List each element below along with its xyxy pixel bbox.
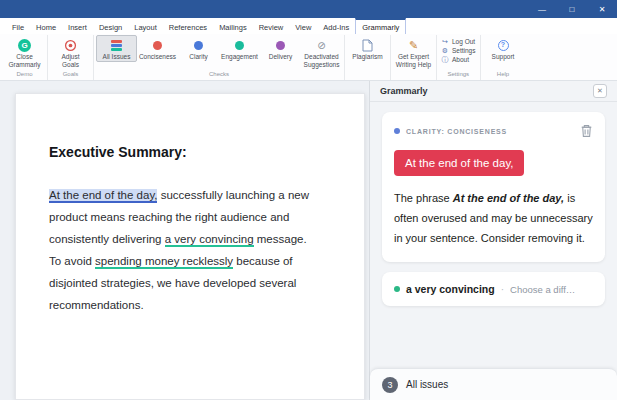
delivery-button[interactable]: Delivery	[260, 35, 301, 62]
highlighted-phrase-conciseness[interactable]: At the end of the day,	[49, 189, 157, 203]
group-label-goals: Goals	[50, 71, 91, 80]
grammarly-panel-title: Grammarly	[380, 86, 428, 96]
adjust-goals-label-2: Goals	[62, 61, 79, 68]
delivery-dot-icon	[276, 41, 285, 50]
deactivated-label-1: Deactivated	[304, 53, 338, 60]
group-label-plagiarism	[347, 71, 388, 80]
suggestion-explanation: The phrase At the end of the day, is oft…	[394, 189, 593, 248]
conciseness-label: Conciseness	[139, 53, 176, 60]
target-icon	[64, 39, 77, 52]
main-area: Executive Summary: At the end of the day…	[0, 81, 617, 400]
tab-grammarly[interactable]: Grammarly	[355, 18, 406, 34]
titlebar: — □ ✕	[0, 0, 617, 18]
ribbon-group-demo: G Close Grammarly Demo	[2, 35, 48, 80]
settings-button[interactable]: ⚙ Settings	[441, 47, 476, 54]
dismiss-suggestion-button[interactable]	[580, 124, 593, 138]
tab-design[interactable]: Design	[93, 18, 128, 34]
deactivated-label-2: Suggestions	[304, 61, 340, 68]
delivery-label: Delivery	[269, 53, 292, 60]
issue-count-badge: 3	[382, 377, 398, 393]
word-window: — □ ✕ File Home Insert Design Layout Ref…	[0, 0, 617, 400]
group-label-settings: Settings	[439, 71, 478, 80]
tab-references[interactable]: References	[163, 18, 213, 34]
ribbon-group-help: ? Support Help	[481, 35, 526, 80]
engagement-dot-icon	[235, 41, 244, 50]
group-label-checks: Checks	[96, 71, 342, 80]
document-icon	[362, 39, 373, 52]
ribbon-group-checks: All Issues Conciseness Clarity Engagemen…	[94, 35, 345, 80]
info-icon: ⓘ	[441, 56, 449, 63]
next-suggestion-hint: Choose a diff…	[510, 284, 593, 295]
grammarly-panel-header: Grammarly ✕	[370, 81, 617, 102]
next-suggestion-phrase: a very convincing	[406, 283, 495, 295]
expert-help-button[interactable]: ✎ Get Expert Writing Help	[393, 35, 434, 71]
conciseness-button[interactable]: Conciseness	[137, 35, 178, 62]
document-page[interactable]: Executive Summary: At the end of the day…	[15, 93, 365, 400]
plagiarism-label: Plagiarism	[352, 53, 382, 60]
suggestion-category: CLARITY: CONCISENESS	[406, 128, 574, 135]
about-label: About	[452, 56, 469, 63]
maximize-button[interactable]: □	[557, 0, 587, 18]
close-grammarly-button[interactable]: G Close Grammarly	[4, 35, 45, 71]
logout-icon: ↪	[441, 38, 449, 45]
log-out-label: Log Out	[452, 38, 475, 45]
window-controls: — □ ✕	[527, 0, 617, 18]
close-grammarly-label-2: Grammarly	[8, 61, 40, 68]
tab-home[interactable]: Home	[30, 18, 62, 34]
tab-review[interactable]: Review	[253, 18, 290, 34]
clarity-label: Clarity	[189, 53, 207, 60]
suggestion-card: CLARITY: CONCISENESS At the end of the d…	[382, 112, 605, 262]
tab-view[interactable]: View	[289, 18, 317, 34]
all-issues-label: All Issues	[103, 53, 131, 60]
tab-layout[interactable]: Layout	[128, 18, 163, 34]
document-heading: Executive Summary:	[49, 144, 331, 160]
suggestion-phrase-button[interactable]: At the end of the day,	[394, 150, 524, 176]
grammarly-logo-icon: G	[18, 39, 31, 52]
minimize-button[interactable]: —	[527, 0, 557, 18]
group-label-demo: Demo	[4, 71, 45, 80]
emphasized-phrase: At the end of the day,	[453, 192, 564, 204]
deactivated-suggestions-button[interactable]: ⊘ Deactivated Suggestions	[301, 35, 342, 71]
tab-insert[interactable]: Insert	[62, 18, 93, 34]
next-suggestion-card[interactable]: a very convincing · Choose a diff…	[382, 272, 605, 306]
underlined-phrase-convincing[interactable]: a very convincing	[165, 233, 254, 247]
adjust-goals-label-1: Adjust	[61, 53, 79, 60]
window-close-button[interactable]: ✕	[587, 0, 617, 18]
group-label-writing-help	[393, 71, 434, 80]
document-canvas: Executive Summary: At the end of the day…	[0, 81, 369, 400]
ribbon-tab-bar: File Home Insert Design Layout Reference…	[0, 18, 617, 34]
about-button[interactable]: ⓘ About	[441, 56, 476, 63]
conciseness-dot-icon	[153, 41, 162, 50]
all-issues-button[interactable]: All Issues	[96, 35, 137, 62]
grammarly-panel: Grammarly ✕ CLARITY: CONCISENESS At th	[369, 81, 617, 400]
support-label: Support	[492, 53, 515, 60]
underlined-phrase-recklessly[interactable]: spending money recklessly	[95, 255, 233, 269]
plagiarism-button[interactable]: Plagiarism	[347, 35, 388, 62]
support-button[interactable]: ? Support	[483, 35, 524, 62]
tab-mailings[interactable]: Mailings	[213, 18, 253, 34]
adjust-goals-button[interactable]: Adjust Goals	[50, 35, 91, 71]
panel-close-button[interactable]: ✕	[593, 84, 607, 98]
log-out-button[interactable]: ↪ Log Out	[441, 38, 476, 45]
engagement-dot-icon	[394, 286, 400, 292]
ribbon-group-writing-help: ✎ Get Expert Writing Help	[391, 35, 437, 80]
tab-add-ins[interactable]: Add-Ins	[317, 18, 355, 34]
tab-file[interactable]: File	[6, 18, 30, 34]
ribbon-group-goals: Adjust Goals Goals	[48, 35, 94, 80]
expert-help-label-2: Writing Help	[396, 61, 431, 68]
slash-circle-icon: ⊘	[317, 41, 325, 51]
clarity-button[interactable]: Clarity	[178, 35, 219, 62]
engagement-button[interactable]: Engagement	[219, 35, 260, 62]
expert-help-label-1: Get Expert	[398, 53, 429, 60]
all-issues-footer[interactable]: 3 All issues	[370, 368, 617, 400]
all-issues-icon	[111, 39, 122, 52]
ribbon-group-plagiarism: Plagiarism	[345, 35, 391, 80]
question-icon: ?	[498, 40, 509, 51]
document-paragraph: At the end of the day, successfully laun…	[49, 184, 317, 316]
ribbon-group-settings: ↪ Log Out ⚙ Settings ⓘ About Settings	[437, 35, 481, 80]
pencil-icon: ✎	[409, 40, 418, 51]
clarity-dot-icon	[194, 41, 203, 50]
gear-icon: ⚙	[441, 47, 449, 54]
suggestion-list: CLARITY: CONCISENESS At the end of the d…	[370, 102, 617, 368]
all-issues-label: All issues	[406, 379, 448, 390]
